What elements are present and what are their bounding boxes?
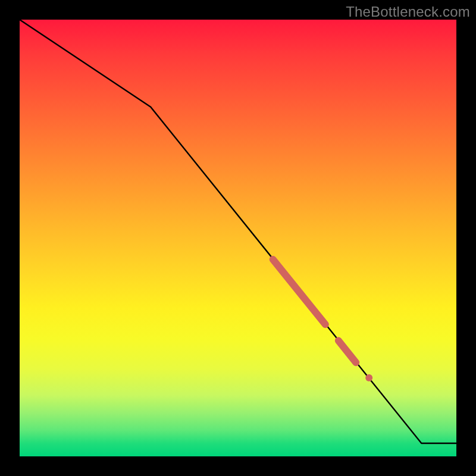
highlight-band-1	[273, 259, 325, 324]
watermark-text: TheBottleneck.com	[346, 4, 470, 20]
highlight-band-2	[339, 341, 356, 363]
chart-svg	[20, 20, 456, 456]
curve-line	[20, 20, 456, 443]
highlight-dot	[365, 374, 372, 381]
plot-area	[20, 20, 456, 456]
chart-frame: TheBottleneck.com	[0, 0, 476, 476]
